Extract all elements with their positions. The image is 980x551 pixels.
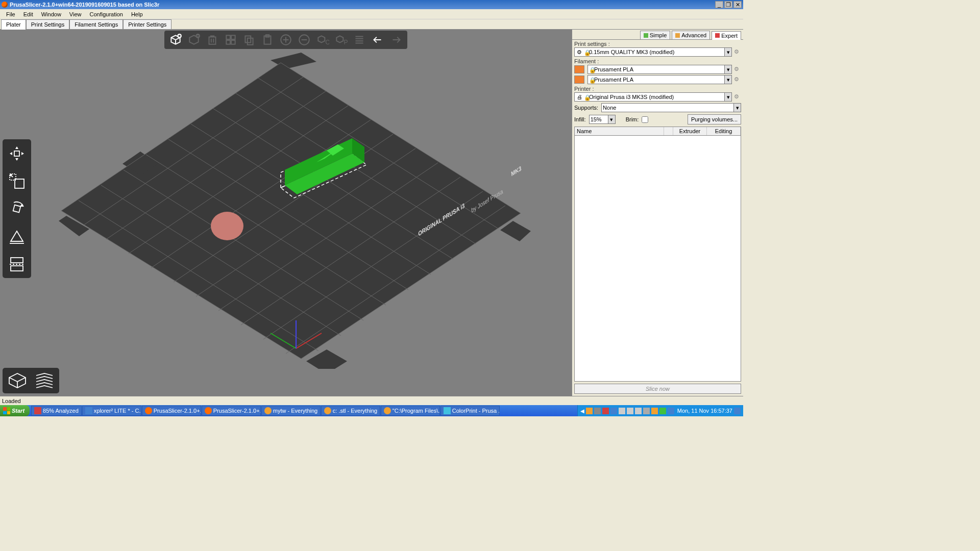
svg-text:O: O bbox=[325, 39, 329, 46]
system-tray[interactable]: ◀ Mon, 11 Nov 16:57:37 bbox=[577, 405, 743, 416]
chevron-down-icon[interactable]: ▾ bbox=[733, 104, 741, 112]
status-text: Loaded bbox=[2, 398, 21, 404]
split-parts-button[interactable]: P bbox=[334, 33, 348, 47]
edit-printer-button[interactable]: ⚙ bbox=[734, 93, 741, 101]
task-btn-everything-3[interactable]: "C:\Program Files\... bbox=[381, 406, 440, 416]
col-editing[interactable]: Editing bbox=[707, 127, 741, 135]
task-btn-xplorer[interactable]: xplorer² LITE * - C... bbox=[82, 406, 141, 416]
copy-button[interactable] bbox=[242, 33, 256, 47]
tray-icon[interactable] bbox=[651, 408, 658, 414]
filament-1-select[interactable]: 🔒 Prusament PLA ▾ bbox=[587, 65, 732, 74]
menu-view[interactable]: View bbox=[65, 10, 86, 18]
move-gizmo-button[interactable] bbox=[6, 142, 28, 165]
mode-advanced[interactable]: Advanced bbox=[672, 31, 710, 39]
tray-icon[interactable] bbox=[627, 408, 633, 414]
col-name[interactable]: Name bbox=[575, 127, 664, 135]
tray-icon[interactable] bbox=[602, 408, 609, 414]
undo-button[interactable] bbox=[371, 33, 385, 47]
scale-gizmo-button[interactable] bbox=[6, 170, 28, 192]
task-btn-prusa-2[interactable]: PrusaSlicer-2.1.0+... bbox=[202, 406, 261, 416]
menu-file[interactable]: File bbox=[2, 10, 19, 18]
menu-configuration[interactable]: Configuration bbox=[85, 10, 127, 18]
minimize-button[interactable]: _ bbox=[715, 1, 723, 8]
add-object-button[interactable] bbox=[168, 33, 183, 47]
svg-rect-58 bbox=[15, 179, 24, 188]
mode-simple[interactable]: Simple bbox=[640, 31, 671, 39]
lock-icon: 🔒 bbox=[584, 94, 589, 99]
status-bar: Loaded bbox=[0, 396, 743, 405]
place-on-face-button[interactable] bbox=[6, 225, 28, 247]
tray-expand-icon[interactable]: ◀ bbox=[580, 408, 584, 414]
menu-help[interactable]: Help bbox=[127, 10, 147, 18]
edit-print-settings-button[interactable]: ⚙ bbox=[734, 48, 741, 56]
menu-window[interactable]: Window bbox=[37, 10, 65, 18]
rotate-gizmo-button[interactable] bbox=[6, 197, 28, 220]
svg-rect-56 bbox=[14, 151, 19, 156]
tab-plater[interactable]: Plater bbox=[1, 19, 26, 30]
tab-filament-settings[interactable]: Filament Settings bbox=[69, 19, 123, 29]
chevron-down-icon[interactable]: ▾ bbox=[724, 93, 731, 101]
task-btn-prusa-1[interactable]: PrusaSlicer-2.1.0+... bbox=[142, 406, 201, 416]
task-btn-everything-1[interactable]: mytw - Everything bbox=[261, 406, 321, 416]
window-title: PrusaSlicer-2.1.0+win64-2019091609015 ba… bbox=[10, 2, 715, 8]
filament-color-2[interactable] bbox=[574, 76, 584, 84]
close-button[interactable]: ✕ bbox=[733, 1, 742, 8]
redo-button[interactable] bbox=[389, 33, 403, 47]
svg-rect-48 bbox=[245, 36, 251, 42]
slice-now-button[interactable]: Slice now bbox=[574, 384, 741, 394]
delete-all-button[interactable] bbox=[205, 33, 219, 47]
tab-printer-settings[interactable]: Printer Settings bbox=[123, 19, 172, 29]
tray-icon[interactable] bbox=[610, 408, 617, 414]
remove-instance-button[interactable] bbox=[297, 33, 311, 47]
delete-object-button[interactable] bbox=[187, 33, 201, 47]
view-mode-toggle bbox=[3, 368, 59, 393]
supports-select[interactable]: None ▾ bbox=[601, 103, 741, 112]
tray-icon[interactable] bbox=[643, 408, 650, 414]
task-btn-everything-2[interactable]: c: .stl - Everything bbox=[321, 406, 380, 416]
plater-toolbar: O P bbox=[164, 31, 407, 49]
3d-editor-view-button[interactable] bbox=[5, 370, 30, 391]
task-btn-analyzed[interactable]: 85% Analyzed bbox=[31, 406, 82, 416]
chevron-down-icon[interactable]: ▾ bbox=[608, 115, 615, 123]
purging-volumes-button[interactable]: Purging volumes... bbox=[688, 114, 741, 124]
tray-icon[interactable] bbox=[594, 408, 601, 414]
chevron-down-icon[interactable]: ▾ bbox=[724, 48, 731, 56]
tray-icon[interactable] bbox=[586, 408, 593, 414]
layers-height-button[interactable] bbox=[352, 33, 366, 47]
start-button[interactable]: Start bbox=[0, 405, 30, 416]
brim-checkbox[interactable] bbox=[642, 116, 648, 123]
infill-select[interactable]: 15% ▾ bbox=[589, 115, 616, 124]
object-list[interactable] bbox=[574, 136, 741, 382]
col-extruder[interactable]: Extruder bbox=[673, 127, 707, 135]
add-instance-button[interactable] bbox=[279, 33, 293, 47]
clock[interactable]: Mon, 11 Nov 16:57:37 bbox=[677, 408, 732, 414]
print-settings-select[interactable]: ⚙ 🔒 0.15mm QUALITY MK3 (modified) ▾ bbox=[574, 47, 732, 57]
paste-button[interactable] bbox=[260, 33, 275, 47]
split-objects-button[interactable]: O bbox=[315, 33, 330, 47]
3d-viewport[interactable]: ORIGINAL PRUSA i3 MK3 by Josef Prusa bbox=[0, 30, 572, 396]
chevron-down-icon[interactable]: ▾ bbox=[724, 65, 731, 73]
maximize-button[interactable]: ❐ bbox=[724, 1, 732, 8]
edit-filament-1-button[interactable]: ⚙ bbox=[734, 66, 741, 73]
svg-rect-45 bbox=[231, 35, 235, 39]
tray-icon[interactable] bbox=[619, 408, 625, 414]
arrange-button[interactable] bbox=[224, 33, 238, 47]
menu-edit[interactable]: Edit bbox=[19, 10, 37, 18]
mode-expert[interactable]: Expert bbox=[712, 31, 741, 40]
task-btn-colorprint[interactable]: ColorPrint - Prusa ... bbox=[440, 406, 500, 416]
tray-icon[interactable] bbox=[734, 408, 741, 414]
tray-icon[interactable] bbox=[668, 408, 674, 414]
tray-icon[interactable] bbox=[635, 408, 642, 414]
edit-filament-2-button[interactable]: ⚙ bbox=[734, 76, 741, 83]
tray-icon[interactable] bbox=[659, 408, 666, 414]
right-panel: Simple Advanced Expert Print settings : … bbox=[572, 30, 743, 396]
preview-view-button[interactable] bbox=[32, 370, 57, 391]
tab-print-settings[interactable]: Print Settings bbox=[26, 19, 69, 29]
print-settings-label: Print settings : bbox=[572, 40, 743, 47]
filament-color-1[interactable] bbox=[574, 65, 584, 73]
printer-select[interactable]: 🖨 🔒 Original Prusa i3 MK3S (modified) ▾ bbox=[574, 92, 732, 102]
model-object-circle[interactable] bbox=[211, 212, 243, 240]
cut-gizmo-button[interactable] bbox=[6, 253, 28, 275]
filament-2-select[interactable]: 🔒 Prusament PLA ▾ bbox=[587, 75, 732, 84]
chevron-down-icon[interactable]: ▾ bbox=[724, 76, 731, 84]
